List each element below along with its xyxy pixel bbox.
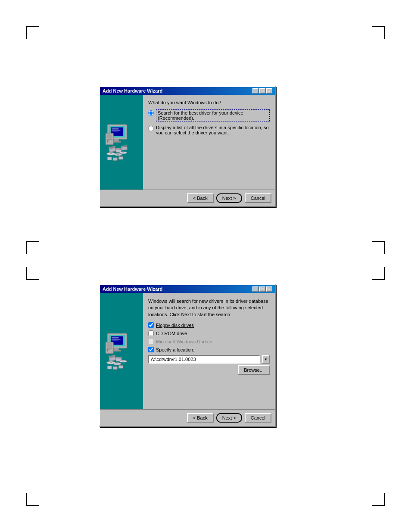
svg-point-40 bbox=[107, 350, 108, 351]
svg-rect-6 bbox=[114, 139, 118, 141]
svg-rect-10 bbox=[107, 139, 112, 140]
svg-rect-9 bbox=[107, 134, 112, 138]
dialog2-computer-illustration bbox=[102, 332, 141, 370]
dialog1-titlebar: Add New Hardware Wizard _ □ × bbox=[100, 87, 275, 95]
dialog1-question: What do you want Windows to do? bbox=[148, 100, 270, 105]
corner-bottom-right bbox=[372, 493, 385, 506]
dialog2-right-panel: Windows will search for new drivers in i… bbox=[143, 293, 275, 409]
svg-rect-33 bbox=[112, 340, 118, 341]
dialog2-minimize-button[interactable]: _ bbox=[252, 286, 258, 292]
dialog2-titlebar-buttons: _ □ × bbox=[252, 286, 272, 292]
checkbox-specify-location: Specify a location: bbox=[148, 347, 270, 352]
svg-rect-3 bbox=[112, 128, 118, 129]
checkbox-floppy-input[interactable] bbox=[148, 322, 154, 328]
svg-point-12 bbox=[107, 141, 108, 142]
close-button[interactable]: × bbox=[266, 88, 272, 93]
radio-display-list[interactable] bbox=[148, 126, 154, 131]
svg-rect-52 bbox=[113, 367, 117, 370]
radio-search-best-label: Search for the best driver for your devi… bbox=[156, 109, 270, 121]
svg-rect-51 bbox=[107, 366, 112, 369]
dialog1-footer: < Back Next > Cancel bbox=[100, 190, 275, 206]
checkbox-floppy: Floppy disk drives bbox=[148, 322, 270, 328]
svg-rect-32 bbox=[112, 339, 120, 340]
dialog1-title: Add New Hardware Wizard bbox=[103, 88, 162, 93]
radio-display-list-label: Display a list of all the drivers in a s… bbox=[156, 125, 270, 135]
svg-point-46 bbox=[110, 362, 112, 363]
dialog2: Add New Hardware Wizard _ □ × bbox=[99, 284, 276, 427]
corner-top-right bbox=[372, 26, 385, 39]
dialog1-illustration-panel bbox=[100, 95, 143, 190]
dialog2-title: Add New Hardware Wizard bbox=[103, 286, 162, 292]
dropdown-arrow-icon[interactable]: ▼ bbox=[262, 355, 270, 364]
svg-point-22 bbox=[117, 154, 119, 155]
svg-rect-39 bbox=[107, 349, 110, 350]
location-row: ▼ bbox=[148, 355, 270, 364]
svg-rect-38 bbox=[107, 348, 112, 348]
dialog1-cancel-button[interactable]: Cancel bbox=[245, 193, 271, 203]
svg-point-20 bbox=[110, 153, 112, 154]
radio-search-best[interactable] bbox=[148, 110, 154, 116]
svg-rect-5 bbox=[112, 131, 118, 132]
svg-point-24 bbox=[122, 152, 124, 153]
dialog2-cancel-button[interactable]: Cancel bbox=[245, 413, 271, 423]
dialog2-content: Windows will search for new drivers in i… bbox=[100, 293, 275, 409]
dialog1-content: What do you want Windows to do? Search f… bbox=[100, 95, 275, 190]
checkbox-floppy-label: Floppy disk drives bbox=[156, 323, 194, 328]
corner-top-left bbox=[26, 26, 39, 39]
checkbox-specify-location-label: Specify a location: bbox=[156, 347, 194, 352]
dialog1: Add New Hardware Wizard _ □ × bbox=[99, 86, 276, 207]
checkbox-cdrom-label: CD-ROM drive bbox=[156, 331, 187, 336]
checkbox-windows-update-label: Microsoft Windows Update bbox=[156, 339, 212, 344]
svg-rect-27 bbox=[118, 157, 123, 160]
dialog2-next-button[interactable]: Next > bbox=[216, 413, 242, 423]
svg-rect-26 bbox=[113, 158, 117, 161]
checkbox-specify-location-input[interactable] bbox=[148, 347, 154, 352]
checkbox-windows-update: Microsoft Windows Update bbox=[148, 339, 270, 344]
corner-mid-right-bottom bbox=[372, 267, 385, 280]
dialog2-description: Windows will search for new drivers in i… bbox=[148, 298, 270, 318]
svg-point-50 bbox=[122, 361, 124, 362]
svg-point-48 bbox=[116, 364, 118, 364]
corner-mid-left-bottom bbox=[26, 267, 39, 280]
dialog2-illustration-panel bbox=[100, 293, 143, 409]
dialog2-back-button[interactable]: < Back bbox=[187, 413, 214, 423]
svg-rect-31 bbox=[112, 337, 118, 338]
maximize-button[interactable]: □ bbox=[259, 88, 265, 93]
dialog1-back-button[interactable]: < Back bbox=[187, 193, 214, 203]
dialog2-titlebar: Add New Hardware Wizard _ □ × bbox=[100, 285, 275, 293]
corner-bottom-left bbox=[26, 493, 39, 506]
dialog1-right-panel: What do you want Windows to do? Search f… bbox=[143, 95, 275, 190]
minimize-button[interactable]: _ bbox=[252, 88, 258, 93]
dialog1-next-button[interactable]: Next > bbox=[216, 193, 242, 203]
browse-button[interactable]: Browse... bbox=[238, 365, 270, 375]
dialog2-footer: < Back Next > Cancel bbox=[100, 409, 275, 426]
checkbox-cdrom: CD-ROM drive bbox=[148, 330, 270, 336]
dialog2-maximize-button[interactable]: □ bbox=[259, 286, 265, 292]
checkbox-cdrom-input[interactable] bbox=[148, 330, 154, 336]
corner-mid-left-top bbox=[26, 241, 39, 254]
location-input[interactable] bbox=[148, 355, 260, 364]
checkbox-windows-update-input bbox=[148, 339, 154, 344]
dialog2-close-button[interactable]: × bbox=[266, 286, 272, 292]
titlebar-buttons: _ □ × bbox=[252, 88, 272, 93]
svg-rect-53 bbox=[118, 366, 123, 369]
svg-rect-4 bbox=[112, 130, 120, 131]
svg-rect-37 bbox=[107, 343, 112, 347]
radio-option-2: Display a list of all the drivers in a s… bbox=[148, 125, 270, 135]
svg-rect-11 bbox=[107, 140, 110, 141]
computer-illustration bbox=[102, 123, 141, 162]
svg-rect-25 bbox=[107, 157, 112, 160]
corner-mid-right-top bbox=[372, 241, 385, 254]
radio-option-1: Search for the best driver for your devi… bbox=[148, 109, 270, 121]
svg-rect-34 bbox=[114, 348, 118, 350]
